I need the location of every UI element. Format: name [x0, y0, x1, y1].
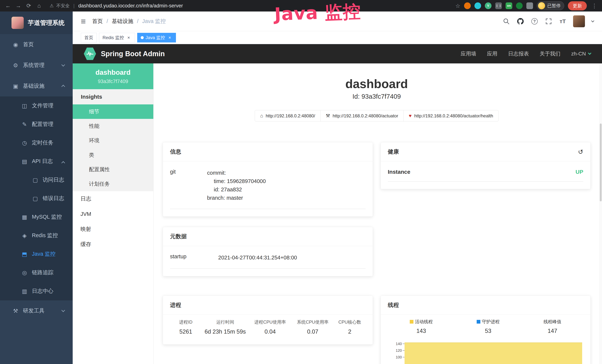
startup-label: startup [170, 254, 218, 262]
breadcrumb-infrastructure[interactable]: 基础设施 [112, 18, 133, 25]
github-icon[interactable] [517, 18, 524, 25]
sidebar-item-home[interactable]: ◉ 首页 [0, 34, 73, 55]
menu-kebab-icon[interactable]: ⋮ [591, 3, 598, 9]
sidebar-item-config-manage[interactable]: ✎ 配置管理 [0, 115, 73, 134]
sba-item-classes[interactable]: 类 [73, 148, 153, 162]
app-main: ≡ 首页 基础设施 Java 监控 ? [73, 11, 602, 364]
scrollbar-thumb[interactable] [600, 124, 602, 201]
sba-item-details[interactable]: 细节 [73, 104, 153, 119]
page-head: dashboard Id: 93a3fc7f7409 [163, 77, 591, 100]
sba-item-scheduled-tasks[interactable]: 计划任务 [73, 177, 153, 191]
sba-nav-language[interactable]: zh-CN [571, 51, 591, 57]
service-url-button[interactable]: ⌂ http://192.168.0.2:48080/ [255, 110, 321, 121]
url-text[interactable]: dashboard.yudao.iocoder.cn/infra/admin-s… [78, 3, 183, 9]
sba-content: dashboard Id: 93a3fc7f7409 ⌂ http://192.… [153, 64, 602, 364]
legend-daemon-threads: 守护进程 53 [477, 319, 500, 334]
health-url-button[interactable]: ♥ http://192.168.0.2:48080/actuator/heal… [403, 110, 499, 121]
system-cpu-value: 0.07 [291, 328, 334, 335]
sidebar-item-log-center[interactable]: ▥ 日志中心 [0, 282, 73, 300]
sba-brand[interactable]: Spring Boot Admin [84, 47, 165, 60]
sba-item-mappings[interactable]: 映射 [73, 222, 153, 237]
status-badge: UP [575, 169, 583, 175]
sidebar-item-system[interactable]: ⚙ 系统管理 [0, 55, 73, 76]
sidebar-item-scheduled-job[interactable]: ◷ 定时任务 [0, 134, 73, 152]
startup-value: 2021-04-27T00:44:31.254+08:00 [218, 254, 297, 262]
omnibox-divider: | [72, 3, 76, 9]
metadata-card: 元数据 startup 2021-04-27T00:44:31.254+08:0… [163, 227, 373, 276]
ext-puzzle-icon[interactable] [526, 2, 533, 9]
cpu-cores-value: 2 [334, 328, 366, 335]
sba-item-jvm[interactable]: JVM [73, 206, 153, 222]
sba-item-config-props[interactable]: 配置属性 [73, 162, 153, 177]
actuator-url-button[interactable]: ⚒ http://192.168.0.2:48080/actuator [320, 110, 404, 121]
profile-chip-label: 已暂停 [547, 3, 561, 9]
page-title: dashboard [163, 77, 591, 91]
security-label[interactable]: 不安全 [56, 3, 70, 9]
actuator-url: http://192.168.0.2:48080/actuator [333, 113, 398, 118]
git-value: commit: time: 1596289704000 id: 27aa832 … [207, 169, 266, 202]
sidebar-item-file-manage[interactable]: ◫ 文件管理 [0, 96, 73, 115]
ext-grid-icon[interactable]: ⋮⋮ [495, 2, 502, 9]
fullscreen-icon[interactable] [545, 18, 552, 25]
sidebar-item-label: 文件管理 [32, 102, 54, 109]
sba-item-metrics[interactable]: 性能 [73, 119, 153, 133]
close-icon[interactable]: × [167, 35, 172, 40]
profile-chip[interactable]: 已暂停 [537, 1, 564, 10]
tab-redis-monitor[interactable]: Redis 监控 × [99, 33, 135, 43]
ext-vue-devtools-icon[interactable]: V [485, 2, 492, 9]
sidebar-item-error-log[interactable]: ▢ 错误日志 [0, 189, 73, 208]
ext-leaf-icon[interactable] [516, 2, 523, 9]
help-icon[interactable]: ? [531, 18, 538, 25]
close-icon[interactable]: × [126, 35, 131, 40]
sidebar-item-access-log[interactable]: ▢ 访问日志 [0, 171, 73, 189]
chevron-down-icon [61, 308, 65, 312]
sidebar-item-api-log[interactable]: ▤ API 日志 [0, 152, 73, 171]
search-icon[interactable] [503, 18, 510, 25]
service-url: http://192.168.0.2:48080/ [266, 113, 315, 118]
sba-nav-journal[interactable]: 日志报表 [508, 50, 529, 57]
scrollbar[interactable] [599, 64, 602, 364]
caret-down-icon[interactable] [591, 19, 594, 22]
ext-teal-drop-icon[interactable] [474, 2, 481, 9]
hamburger-icon[interactable]: ≡ [81, 16, 86, 26]
sidebar-item-label: API 日志 [32, 158, 53, 165]
sba-nav-wallboard[interactable]: 应用墙 [461, 50, 476, 57]
sidebar-item-mysql-monitor[interactable]: ▦ MySQL 监控 [0, 208, 73, 226]
annotation-text: Java 监控 [274, 0, 362, 27]
sidebar-item-infrastructure[interactable]: ▣ 基础设施 [0, 76, 73, 96]
tab-label: 首页 [84, 35, 93, 41]
forward-icon[interactable]: → [14, 0, 23, 11]
sidebar-item-redis-monitor[interactable]: ◈ Redis 监控 [0, 226, 73, 245]
home-icon: ⌂ [260, 113, 263, 119]
address-bar[interactable]: ⚠ 不安全 | dashboard.yudao.iocoder.cn/infra… [45, 2, 453, 10]
brand-bar: 芋道管理系统 [0, 11, 73, 34]
sidebar-item-label: 链路追踪 [32, 269, 54, 276]
back-icon[interactable]: ← [4, 0, 12, 11]
sba-nav-applications[interactable]: 应用 [487, 50, 497, 57]
sba-item-caches[interactable]: 缓存 [73, 237, 153, 252]
sba-item-environment[interactable]: 环境 [73, 133, 153, 148]
sidebar-item-dev-tools[interactable]: ⚒ 研发工具 [0, 300, 73, 321]
threads-chart: 140 120 100 [388, 340, 583, 364]
font-size-icon[interactable]: ᴛT [559, 18, 566, 25]
user-avatar[interactable] [573, 15, 585, 27]
system-gear-icon: ⚙ [12, 62, 19, 69]
browser-home-icon[interactable]: ⌂ [35, 0, 43, 11]
update-button[interactable]: 更新 [568, 1, 587, 11]
sba-nav-about[interactable]: 关于我们 [540, 50, 560, 57]
sidebar-item-java-monitor[interactable]: ⬒ Java 监控 [0, 245, 73, 263]
ext-switch-on-icon[interactable]: on [505, 2, 512, 9]
sidebar-item-trace[interactable]: ◎ 链路追踪 [0, 263, 73, 282]
legend-swatch-live [410, 320, 413, 324]
ext-orange-icon[interactable] [464, 2, 471, 9]
tab-home[interactable]: 首页 [81, 33, 97, 43]
reload-icon[interactable]: ⟳ [24, 0, 33, 11]
breadcrumb-home[interactable]: 首页 [92, 18, 103, 25]
tab-java-monitor[interactable]: Java 监控 × [137, 33, 176, 43]
sba-item-logs[interactable]: 日志 [73, 191, 153, 206]
instance-header[interactable]: dashboard 93a3fc7f7409 [73, 64, 153, 89]
history-icon[interactable]: ↺ [578, 148, 583, 156]
sidebar-item-label: 访问日志 [43, 176, 64, 183]
info-card-title: 信息 [163, 142, 373, 161]
bookmark-star-icon[interactable]: ☆ [455, 3, 460, 9]
